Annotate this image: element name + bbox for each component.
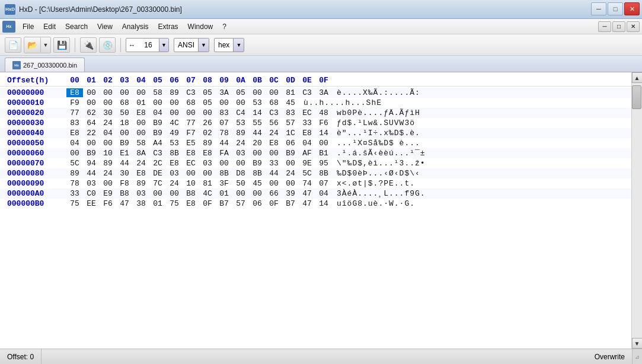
hex-byte[interactable]: 3A [216,88,232,97]
hex-byte[interactable]: 05 [199,98,216,107]
hex-byte[interactable]: 8B [249,169,266,178]
hex-byte[interactable]: 26 [199,119,216,127]
hex-byte[interactable]: 38 [133,199,149,208]
hex-byte[interactable]: 06 [249,199,266,208]
hex-byte[interactable]: E8 [133,108,149,117]
hex-byte[interactable]: AF [299,149,315,158]
hex-byte[interactable]: 50 [116,108,133,117]
hex-byte[interactable]: EC [183,159,199,168]
hex-byte[interactable]: 00 [266,149,282,158]
hex-byte[interactable]: 89 [100,159,116,168]
hex-byte[interactable]: 44 [83,169,100,178]
hex-byte[interactable]: 44 [249,129,266,138]
hex-byte[interactable]: E8 [166,159,183,168]
hex-byte[interactable]: B9 [282,149,299,158]
hex-byte[interactable]: 01 [216,189,232,198]
hex-byte[interactable]: 00 [216,98,232,107]
hex-data-row[interactable]: 00000000E8000000005889C3053A05000081C33A… [0,88,631,98]
hex-byte[interactable]: 44 [216,139,232,148]
hex-byte[interactable]: 00 [83,88,100,97]
hex-byte[interactable]: 9E [299,159,315,168]
hex-byte[interactable]: C3 [266,108,282,117]
hex-byte[interactable]: 14 [315,129,332,138]
hex-byte[interactable]: 44 [116,159,133,168]
hex-byte[interactable]: 94 [83,159,100,168]
hex-byte[interactable]: 47 [299,199,315,208]
hex-byte[interactable]: E8 [183,199,199,208]
hex-data-row[interactable]: 000000705C948944242CE8EC030000B933009E95… [0,158,631,168]
hex-byte[interactable]: 58 [149,88,166,97]
hex-byte[interactable]: 01 [149,199,166,208]
hex-byte[interactable]: 78 [66,179,83,188]
scroll-track[interactable] [632,83,643,338]
chip-button[interactable]: 🔌 [80,37,97,53]
hex-byte[interactable]: 00 [199,169,216,178]
hex-byte[interactable]: 00 [116,88,133,97]
hex-byte[interactable]: 24 [100,119,116,127]
hex-byte[interactable]: F9 [66,98,83,107]
hex-byte[interactable]: 53 [232,119,249,127]
hex-byte[interactable]: 3A [315,88,332,97]
hex-byte[interactable]: 4C [199,189,216,198]
hex-byte[interactable]: 8A [133,149,149,158]
hex-byte[interactable]: E9 [100,189,116,198]
hex-byte[interactable]: 3F [216,179,232,188]
hex-byte[interactable]: F8 [116,179,133,188]
hex-byte[interactable]: 00 [149,189,166,198]
hex-data-row[interactable]: 000000308364241800B94C7726075355565733F6… [0,118,631,128]
view-dropdown[interactable]: hex ▼ [214,38,244,52]
hex-byte[interactable]: 68 [183,98,199,107]
menu-help[interactable]: ? [218,21,231,32]
hex-byte[interactable]: A4 [149,139,166,148]
menu-window[interactable]: Window [183,21,218,32]
hex-byte[interactable]: 06 [282,139,299,148]
hex-byte[interactable]: 18 [116,119,133,127]
hex-byte[interactable]: 53 [166,139,183,148]
hex-byte[interactable]: 89 [199,139,216,148]
hex-byte[interactable]: D8 [232,169,249,178]
hex-byte[interactable]: B7 [216,199,232,208]
hex-byte[interactable]: 00 [183,108,199,117]
hex-byte[interactable]: B1 [315,149,332,158]
hex-editor[interactable]: Offset(h) 000102030405060708090A0B0C0D0E… [0,72,631,349]
hex-byte[interactable]: 74 [299,179,315,188]
hex-byte[interactable]: F6 [100,199,116,208]
hex-byte[interactable]: 00 [100,139,116,148]
hex-byte[interactable]: 04 [299,139,315,148]
hex-byte[interactable]: 07 [315,179,332,188]
scroll-down-arrow[interactable]: ▼ [632,338,643,349]
hex-byte[interactable]: E1 [116,149,133,158]
hex-byte[interactable]: B9 [116,139,133,148]
hex-byte[interactable]: 00 [249,88,266,97]
hex-byte[interactable]: 48 [315,108,332,117]
hex-byte[interactable]: 00 [133,88,149,97]
hex-byte[interactable]: 5C [66,159,83,168]
hex-byte[interactable]: C3 [299,88,315,97]
hex-byte[interactable]: 00 [166,98,183,107]
hex-byte[interactable]: 00 [232,189,249,198]
hex-byte[interactable]: 33 [299,119,315,127]
hex-byte[interactable]: 75 [66,199,83,208]
hex-byte[interactable]: EE [83,199,100,208]
hex-byte[interactable]: E5 [183,139,199,148]
encoding-dropdown[interactable]: ANSI ▼ [174,38,209,52]
hex-data-row[interactable]: 00000050040000B958A453E589442420E8060400… [0,138,631,148]
hex-byte[interactable]: B9 [149,129,166,138]
hex-byte[interactable]: 22 [83,129,100,138]
hex-byte[interactable]: 00 [83,139,100,148]
hex-byte[interactable]: EC [299,108,315,117]
menubar-maximize[interactable]: □ [612,21,625,32]
hex-byte[interactable]: 89 [166,88,183,97]
maximize-button[interactable]: □ [608,2,623,15]
hex-byte[interactable]: 01 [133,98,149,107]
hex-byte[interactable]: 24 [100,169,116,178]
hex-byte[interactable]: 77 [66,108,83,117]
hex-byte[interactable]: 45 [282,98,299,107]
hex-byte[interactable]: F6 [315,119,332,127]
hex-byte[interactable]: 24 [133,159,149,168]
hex-byte[interactable]: B8 [183,189,199,198]
hex-byte[interactable]: 7C [149,179,166,188]
hex-byte[interactable]: B7 [282,199,299,208]
hex-byte[interactable]: 83 [282,108,299,117]
hex-byte[interactable]: 83 [216,108,232,117]
